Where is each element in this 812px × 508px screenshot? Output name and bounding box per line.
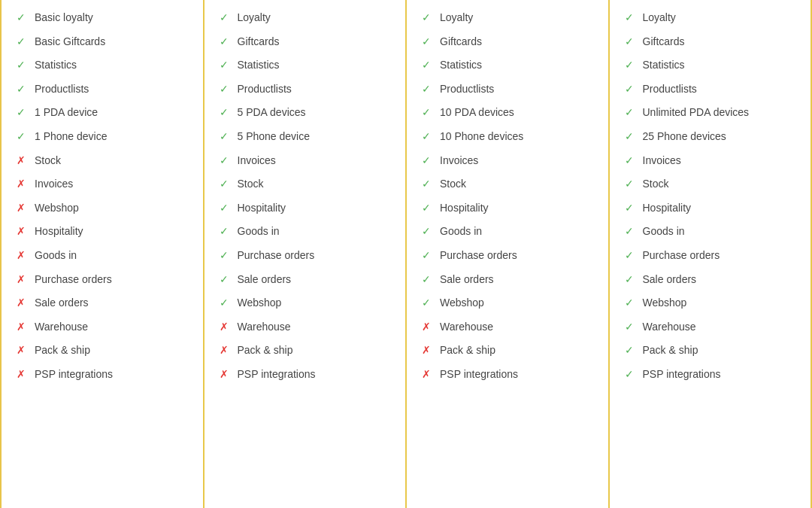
feature-label: Webshop: [643, 296, 687, 311]
feature-label: Pack & ship: [238, 343, 293, 358]
list-item: ✗Goods in: [2, 244, 203, 268]
list-item: ✓Statistics: [205, 53, 406, 78]
feature-label: Stock: [643, 177, 669, 192]
check-icon: ✓: [625, 35, 637, 50]
check-icon: ✓: [625, 201, 637, 216]
cross-icon: ✗: [422, 367, 434, 382]
feature-label: Invoices: [238, 154, 276, 169]
feature-label: Pack & ship: [440, 343, 495, 358]
list-item: ✗Warehouse: [2, 315, 203, 339]
check-icon: ✓: [220, 11, 232, 26]
feature-label: Unlimited PDA devices: [643, 105, 750, 120]
check-icon: ✓: [625, 154, 637, 169]
check-icon: ✓: [220, 154, 232, 169]
list-item: ✓1 Phone device: [2, 125, 203, 149]
check-icon: ✓: [220, 105, 232, 120]
list-item: ✓Basic loyalty: [2, 6, 203, 30]
list-item: ✓Stock: [407, 172, 608, 196]
cross-icon: ✗: [422, 320, 434, 335]
feature-label: Stock: [440, 177, 466, 192]
feature-label: Webshop: [238, 296, 282, 311]
column-1: ✓Basic loyalty✓Basic Giftcards✓Statistic…: [0, 0, 205, 508]
check-icon: ✓: [422, 129, 434, 144]
check-icon: ✓: [220, 58, 232, 73]
feature-label: Hospitality: [643, 201, 692, 216]
check-icon: ✓: [220, 35, 232, 50]
check-icon: ✓: [422, 248, 434, 263]
feature-label: 5 Phone device: [238, 129, 311, 144]
feature-label: Goods in: [238, 224, 280, 239]
list-item: ✓Productlists: [205, 78, 406, 102]
list-item: ✓Sale orders: [205, 268, 406, 292]
feature-label: Hospitality: [35, 224, 83, 239]
list-item: ✓Loyalty: [407, 6, 608, 30]
check-icon: ✓: [17, 11, 29, 26]
check-icon: ✓: [625, 367, 637, 382]
feature-label: Productlists: [35, 82, 89, 97]
feature-label: Warehouse: [440, 320, 493, 335]
feature-label: Loyalty: [440, 11, 473, 26]
check-icon: ✓: [625, 296, 637, 311]
list-item: ✗Pack & ship: [205, 339, 406, 363]
feature-label: Purchase orders: [440, 248, 517, 263]
list-item: ✗Stock: [2, 149, 203, 173]
list-item: ✓Hospitality: [610, 196, 811, 221]
feature-label: Basic loyalty: [35, 11, 93, 26]
list-item: ✗Sale orders: [2, 291, 203, 315]
feature-label: Statistics: [35, 58, 77, 73]
cross-icon: ✗: [17, 320, 29, 335]
cross-icon: ✗: [17, 296, 29, 311]
feature-label: Hospitality: [238, 201, 286, 216]
feature-label: 1 Phone device: [35, 129, 108, 144]
list-item: ✗Pack & ship: [2, 339, 203, 363]
feature-label: Hospitality: [440, 201, 489, 216]
list-item: ✓Unlimited PDA devices: [610, 101, 811, 125]
cross-icon: ✗: [422, 343, 434, 358]
feature-label: Webshop: [440, 296, 484, 311]
check-icon: ✓: [625, 129, 637, 144]
list-item: ✓PSP integrations: [610, 363, 811, 387]
feature-label: PSP integrations: [440, 367, 518, 382]
list-item: ✓Loyalty: [610, 6, 811, 30]
column-3: ✓Loyalty✓Giftcards✓Statistics✓Productlis…: [407, 0, 610, 508]
list-item: ✓Statistics: [610, 53, 811, 78]
check-icon: ✓: [625, 320, 637, 335]
check-icon: ✓: [422, 224, 434, 239]
list-item: ✓Invoices: [407, 149, 608, 173]
check-icon: ✓: [422, 272, 434, 287]
check-icon: ✓: [625, 224, 637, 239]
feature-label: Statistics: [238, 58, 280, 73]
feature-label: Invoices: [35, 177, 73, 192]
check-icon: ✓: [625, 248, 637, 263]
list-item: ✓10 PDA devices: [407, 101, 608, 125]
comparison-table: ✓Basic loyalty✓Basic Giftcards✓Statistic…: [0, 0, 812, 508]
list-item: ✓Goods in: [205, 220, 406, 244]
feature-label: 5 PDA devices: [238, 105, 306, 120]
check-icon: ✓: [17, 82, 29, 97]
feature-label: Basic Giftcards: [35, 35, 105, 50]
check-icon: ✓: [625, 105, 637, 120]
cross-icon: ✗: [17, 343, 29, 358]
feature-label: Warehouse: [35, 320, 88, 335]
check-icon: ✓: [422, 201, 434, 216]
list-item: ✓Sale orders: [610, 268, 811, 292]
list-item: ✓Giftcards: [407, 30, 608, 54]
list-item: ✓1 PDA device: [2, 101, 203, 125]
check-icon: ✓: [422, 58, 434, 73]
column-4: ✓Loyalty✓Giftcards✓Statistics✓Productlis…: [610, 0, 813, 508]
feature-label: Sale orders: [643, 272, 697, 287]
list-item: ✗PSP integrations: [407, 363, 608, 387]
list-item: ✓Purchase orders: [205, 244, 406, 268]
list-item: ✗Hospitality: [2, 220, 203, 244]
feature-label: Warehouse: [238, 320, 291, 335]
feature-label: Productlists: [643, 82, 697, 97]
feature-label: Stock: [238, 177, 264, 192]
check-icon: ✓: [625, 272, 637, 287]
check-icon: ✓: [422, 177, 434, 192]
check-icon: ✓: [625, 11, 637, 26]
list-item: ✓Pack & ship: [610, 339, 811, 363]
check-icon: ✓: [625, 177, 637, 192]
list-item: ✗Invoices: [2, 172, 203, 196]
list-item: ✓Invoices: [610, 149, 811, 173]
list-item: ✗PSP integrations: [205, 363, 406, 387]
